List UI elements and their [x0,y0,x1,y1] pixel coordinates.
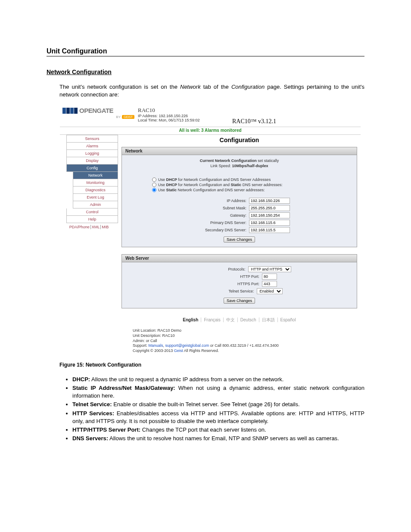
geist-badge: GEIST [122,115,134,119]
ip-address-label: IP Address: [189,199,249,203]
ip-address-input[interactable] [249,198,290,204]
nav-diagnostics[interactable]: Diagnostics [73,187,118,194]
firmware-version: RAC10™ v3.12.1 [232,107,358,125]
nav-config[interactable]: Config [66,165,118,172]
nav-mib[interactable]: MIB [101,225,109,229]
geist-link[interactable]: Geist [174,348,183,353]
gateway-label: Gateway: [189,213,249,218]
brand-logo: OPENGATE BY GEIST [62,107,138,125]
bullet-port: HTTP/HTTPS Server Port: Changes the TCP … [72,426,364,434]
radio-dhcp-all[interactable] [152,177,156,182]
lang-de[interactable]: Deutsch [238,317,259,322]
nav-network[interactable]: Network [73,172,118,179]
subnet-input[interactable] [249,205,290,211]
nav-logging[interactable]: Logging [66,150,118,157]
intro-paragraph: The unit's network configuration is set … [59,83,364,99]
nav-aux-links: PDA/PhoneXMLMIB [60,223,118,231]
bullet-http: HTTP Services: Enables/disables access v… [72,410,364,425]
protocols-label: Protocols: [188,267,248,271]
lang-es[interactable]: Español [278,317,299,322]
lang-zh[interactable]: 中文 [224,317,238,322]
dns1-input[interactable] [249,220,290,226]
https-port-label: HTTPS Port: [202,282,262,286]
nav-display[interactable]: Display [66,157,118,165]
nav-monitoring[interactable]: Monitoring [73,179,118,187]
nav-sensors[interactable]: Sensors [66,135,118,143]
radio-dhcp-staticdns[interactable] [152,183,156,187]
device-header-info: RAC10 IP Address: 192.168.150.226 Local … [138,107,200,125]
nav-eventlog[interactable]: Event Log [73,194,118,201]
dns2-label: Secondary DNS Server: [189,228,249,232]
dns1-label: Primary DNS Server: [189,221,249,225]
webserver-panel-header: Web Server [122,255,357,262]
nav-alarms[interactable]: Alarms [66,143,118,150]
bullet-telnet: Telnet Service: Enable or disable the bu… [72,401,364,408]
network-panel-header: Network [122,147,357,155]
dns2-input[interactable] [249,227,290,233]
lang-fr[interactable]: Français [201,317,223,322]
manuals-link[interactable]: Manuals [149,343,163,348]
webserver-save-button[interactable]: Save Changes [224,298,255,304]
sidebar-nav: Sensors Alarms Logging Display Config Ne… [60,135,118,357]
subsection-title: Network Configuration [47,68,364,75]
nav-admin[interactable]: Admin [73,201,118,208]
description-list: DHCP: Allows the unit to request a dynam… [63,376,364,443]
radio-static-all[interactable] [152,188,156,192]
support-email-link[interactable]: support@geistglobal.com [165,343,209,348]
language-selector: EnglishFrançais中文Deutsch日本語Español [121,315,357,327]
logo-icon [62,108,78,114]
device-name: RAC10 [138,107,200,114]
bullet-static: Static IP Address/Net Mask/Gateway: When… [72,384,364,400]
http-port-label: HTTP Port: [202,274,262,279]
bullet-dhcp: DHCP: Allows the unit to request a dynam… [72,376,364,383]
http-port-input[interactable] [262,274,277,280]
figure-caption: Figure 15: Network Configuration [59,362,364,368]
config-title: Configuration [121,135,357,147]
telnet-select[interactable]: Enabled [257,288,283,294]
nav-xml[interactable]: XML [91,225,101,229]
lang-ja[interactable]: 日本語 [259,317,278,322]
nav-control[interactable]: Control [66,208,118,216]
status-line: All is well: 3 Alarms monitored [60,127,361,134]
logo-text: OPENGATE [79,107,113,114]
nav-help[interactable]: Help [66,216,118,223]
nav-pda[interactable]: PDA/Phone [68,225,91,229]
network-panel: Network Current Network Configuration se… [121,147,357,247]
footer-info: Unit Location: RAC10 Demo Unit Descripti… [121,327,357,353]
gateway-input[interactable] [249,212,290,218]
webserver-panel: Web Server Protocols: HTTP and HTTPS HTT… [121,254,357,308]
https-port-input[interactable] [262,281,277,287]
section-title: Unit Configuration [47,47,364,56]
lang-en[interactable]: English [180,317,201,322]
bullet-dns: DNS Servers: Allows the unit to resolve … [72,435,364,442]
config-screenshot: OPENGATE BY GEIST RAC10 IP Address: 192.… [59,105,361,357]
protocols-select[interactable]: HTTP and HTTPS [248,266,291,272]
subnet-label: Subnet Mask: [189,206,249,210]
network-save-button[interactable]: Save Changes [224,236,255,243]
telnet-label: Telnet Service: [196,289,257,293]
